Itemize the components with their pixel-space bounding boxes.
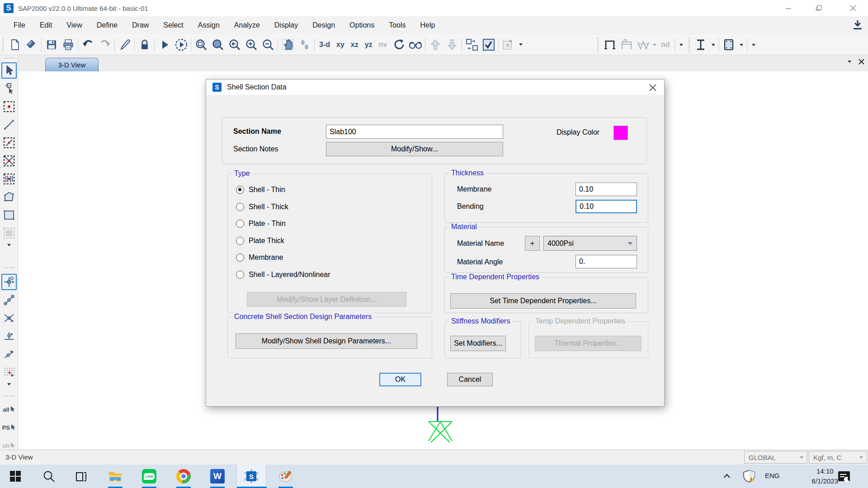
menu-options[interactable]: Options (342, 16, 382, 34)
units-select[interactable]: Kgf, m, C (809, 451, 867, 464)
draw-poly-area-icon[interactable] (1, 189, 17, 205)
area-section-chevron[interactable] (737, 36, 745, 54)
draw-rect-area-icon[interactable] (1, 207, 17, 223)
cable-chevron[interactable] (651, 36, 658, 54)
word-button[interactable]: W (203, 465, 232, 488)
quick-draw-secondary-beams-icon[interactable] (1, 171, 17, 187)
run-animation-icon[interactable] (173, 36, 189, 54)
snap-midpoints-icon[interactable] (1, 292, 17, 308)
quick-draw-area-icon[interactable] (1, 225, 17, 241)
walkthrough-icon[interactable] (296, 36, 313, 54)
print-icon[interactable] (60, 36, 76, 54)
menu-draw[interactable]: Draw (125, 16, 156, 34)
quick-draw-braces-icon[interactable] (1, 153, 17, 169)
snap-lines-icon[interactable] (1, 346, 17, 362)
menu-design[interactable]: Design (305, 16, 342, 34)
frame-section-icon[interactable] (601, 36, 618, 54)
set-modifiers-button[interactable]: Set Modifiers... (450, 336, 506, 351)
material-name-select[interactable]: 4000Psi (543, 236, 637, 251)
area-section-icon[interactable] (721, 36, 737, 54)
bending-thickness-input[interactable]: 0.10 (576, 200, 637, 213)
menu-view[interactable]: View (59, 16, 89, 34)
rubber-band-zoom-icon[interactable] (193, 36, 209, 54)
radio-membrane-circle[interactable] (236, 253, 244, 262)
menu-tools[interactable]: Tools (382, 16, 413, 34)
zoom-in-icon[interactable] (243, 36, 259, 54)
dialog-title-bar[interactable]: S Shell Section Data (206, 80, 664, 95)
select-all-button[interactable]: all (1, 401, 17, 418)
snap-more-chevron[interactable] (1, 380, 17, 388)
previous-selection-button[interactable]: PS (1, 419, 17, 436)
radio-plate-thin[interactable]: Plate - Thin (236, 219, 286, 228)
minimize-button[interactable] (778, 0, 799, 16)
chrome-button[interactable] (169, 465, 198, 488)
quick-draw-frame-icon[interactable] (1, 135, 17, 151)
snap-perpendicular-icon[interactable] (1, 328, 17, 344)
menu-assign[interactable]: Assign (191, 16, 227, 34)
task-view-button[interactable] (66, 465, 96, 488)
coordinate-system-select[interactable]: GLOBAL (744, 451, 807, 464)
close-view-icon[interactable] (859, 59, 864, 65)
frame-elevation-icon[interactable] (618, 36, 635, 54)
frame-tools-chevron[interactable] (676, 36, 686, 54)
draw-special-joint-icon[interactable] (1, 99, 17, 115)
radio-shell-thin[interactable]: Shell - Thin (236, 185, 285, 194)
menu-help[interactable]: Help (413, 16, 443, 34)
paint-button[interactable] (271, 465, 301, 488)
file-explorer-button[interactable] (100, 465, 130, 488)
tab-3d-view[interactable]: 3-D View (45, 58, 99, 71)
add-material-button[interactable]: + (525, 236, 540, 251)
move-up-list-icon[interactable] (427, 36, 443, 54)
snap-joints-icon[interactable] (1, 274, 17, 290)
open-file-icon[interactable] (23, 36, 40, 54)
radio-plate-thin-circle[interactable] (236, 220, 244, 228)
pan-icon[interactable] (279, 36, 296, 54)
line-app-button[interactable]: LINE (134, 465, 164, 488)
start-button[interactable] (0, 465, 30, 488)
view-xz-button[interactable]: xz (348, 41, 362, 49)
clock[interactable]: 14:10 6/1/2023 (812, 466, 838, 486)
radio-shell-thick[interactable]: Shell - Thick (236, 202, 288, 211)
tray-expand-chevron[interactable] (722, 472, 731, 481)
radio-shell-layered-circle[interactable] (236, 271, 244, 279)
view-xy-button[interactable]: xy (333, 41, 348, 49)
previous-zoom-icon[interactable] (226, 36, 243, 54)
new-model-icon[interactable] (6, 36, 23, 54)
language-indicator[interactable]: ENG (765, 472, 780, 479)
zoom-out-icon[interactable] (259, 36, 276, 54)
redo-icon[interactable] (96, 36, 113, 54)
section-name-input[interactable]: Slab100 (326, 125, 503, 139)
undo-icon[interactable] (80, 36, 96, 54)
taskbar-search-button[interactable] (34, 465, 64, 488)
notification-center-icon[interactable] (837, 469, 851, 483)
view-yz-button[interactable]: yz (362, 41, 376, 49)
save-icon[interactable] (43, 36, 60, 54)
menu-edit[interactable]: Edit (33, 16, 60, 34)
sap2000-taskbar-button[interactable]: S (236, 465, 266, 488)
security-shield-icon[interactable] (742, 469, 756, 483)
frame-isection-icon[interactable] (693, 36, 709, 54)
cancel-button[interactable]: Cancel (447, 373, 493, 386)
menu-file[interactable]: File (6, 16, 33, 34)
set-display-options-icon[interactable] (480, 36, 497, 54)
perspective-glasses-icon[interactable] (407, 36, 424, 54)
isection-chevron[interactable] (709, 36, 717, 54)
view-3d-button[interactable]: 3-d (316, 41, 333, 49)
lock-icon[interactable] (136, 36, 153, 54)
move-down-list-icon[interactable] (443, 36, 460, 54)
set-time-dependent-button[interactable]: Set Time Dependent Properties... (450, 293, 636, 309)
ok-button[interactable]: OK (379, 373, 421, 386)
toolbar-more-chevron[interactable] (517, 36, 525, 54)
restore-full-view-icon[interactable] (209, 36, 226, 54)
dialog-close-icon[interactable] (648, 83, 658, 93)
menu-display[interactable]: Display (267, 16, 305, 34)
modify-shell-design-parameters-button[interactable]: Modify/Show Shell Design Parameters... (236, 333, 417, 349)
menu-analyze[interactable]: Analyze (227, 16, 267, 34)
maximize-button[interactable] (808, 0, 829, 16)
menu-define[interactable]: Define (90, 16, 125, 34)
radio-plate-thick[interactable]: Plate Thick (236, 236, 284, 245)
snap-intersections-icon[interactable] (1, 310, 17, 326)
run-analysis-icon[interactable] (156, 36, 173, 54)
assign-to-group-icon[interactable] (500, 36, 517, 54)
shrink-elements-icon[interactable] (463, 36, 480, 54)
